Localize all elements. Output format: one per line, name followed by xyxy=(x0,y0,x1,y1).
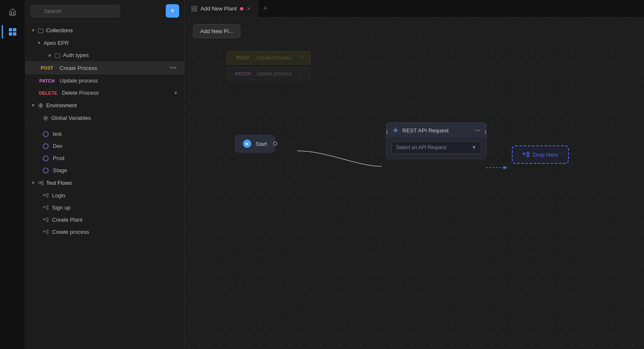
search-input[interactable] xyxy=(30,5,120,18)
flow-create-plant-icon xyxy=(43,217,49,223)
svg-rect-32 xyxy=(527,155,529,157)
home-icon[interactable] xyxy=(6,5,19,18)
env-stage-item[interactable]: Stage xyxy=(25,164,184,176)
apex-epr-header[interactable]: ▼ Apex EPR xyxy=(25,37,184,49)
flow-create-process-label: Create process xyxy=(52,229,89,235)
api-select-dropdown[interactable]: Select an API Request ▼ xyxy=(391,141,481,154)
flow-create-process-icon xyxy=(43,229,49,235)
icon-bar xyxy=(0,0,25,349)
flow-signup-label: Sign up xyxy=(52,204,70,211)
delete-process-dropdown-icon: ▼ xyxy=(173,90,178,96)
collections-label: Collections xyxy=(46,27,73,34)
env-test-label: test xyxy=(53,131,62,137)
canvas: Add New Pl... POST Create Process ••• PA… xyxy=(185,18,644,349)
auth-types-item[interactable]: ▶ Auth types xyxy=(25,49,184,61)
svg-rect-17 xyxy=(47,208,48,209)
svg-marker-28 xyxy=(503,166,508,169)
svg-rect-15 xyxy=(43,207,45,208)
drop-here-node[interactable]: Drop Here xyxy=(512,145,569,164)
flow-login-item[interactable]: Login xyxy=(25,189,184,202)
sidebar: 🔍 + ▼ Collections ▼ Apex EPR ▶ Auth type… xyxy=(25,0,185,349)
patch-update-process-item[interactable]: PATCH Update process xyxy=(25,75,184,87)
tab-add-new-plant[interactable]: Add New Plant ✕ xyxy=(185,0,258,17)
api-input-dot[interactable] xyxy=(386,130,388,134)
tab-close-button[interactable]: ✕ xyxy=(247,6,251,12)
grid-icon[interactable] xyxy=(6,25,19,39)
create-process-more-icon[interactable]: ••• xyxy=(168,64,178,72)
post-create-process-item[interactable]: POST Create Process ••• xyxy=(25,61,184,75)
start-node: ▶ Start xyxy=(235,135,275,153)
collections-header[interactable]: ▼ Collections xyxy=(25,24,184,37)
svg-rect-10 xyxy=(41,181,43,183)
environment-label: Environment xyxy=(46,102,77,109)
svg-rect-12 xyxy=(43,194,45,196)
search-bar: 🔍 + xyxy=(25,0,184,22)
svg-rect-4 xyxy=(13,32,16,36)
collection-folder-icon xyxy=(38,28,44,34)
environment-header[interactable]: ▼ Environment xyxy=(25,99,184,112)
svg-rect-9 xyxy=(38,182,40,184)
test-flows-label: Test Flows xyxy=(46,180,72,186)
flow-create-plant-label: Create Plant xyxy=(52,217,82,223)
global-variables-label: Global Variables xyxy=(51,115,91,121)
canvas-tooltip: Add New Pl... xyxy=(193,24,240,38)
svg-rect-14 xyxy=(47,196,48,197)
faded-patch-badge: PATCH xyxy=(233,71,253,77)
flow-signup-item[interactable]: Sign up xyxy=(25,202,184,214)
auth-types-folder-icon xyxy=(55,52,60,58)
faded-post-node: POST Create Process ••• xyxy=(227,51,310,65)
play-button: ▶ xyxy=(243,140,251,148)
global-variables-item[interactable]: Global Variables xyxy=(25,112,184,124)
env-test-circle xyxy=(43,131,49,137)
add-button[interactable]: + xyxy=(166,4,179,18)
sidebar-content: ▼ Collections ▼ Apex EPR ▶ Auth types PO… xyxy=(25,22,184,349)
env-test-item[interactable]: test xyxy=(25,128,184,140)
api-select-arrow: ▼ xyxy=(472,145,477,150)
delete-process-item[interactable]: DELETE Delete Process ▼ xyxy=(25,87,184,99)
env-dev-item[interactable]: Dev xyxy=(25,140,184,152)
svg-rect-30 xyxy=(523,153,525,155)
tab-add-button[interactable]: + xyxy=(258,0,273,17)
flow-create-process-item[interactable]: Create process xyxy=(25,226,184,238)
main-area: Add New Plant ✕ + Add New Pl... POST Cre… xyxy=(185,0,644,349)
svg-rect-31 xyxy=(527,152,529,154)
svg-point-29 xyxy=(395,129,396,131)
drop-icon xyxy=(523,151,529,158)
flow-create-plant-item[interactable]: Create Plant xyxy=(25,214,184,226)
svg-rect-11 xyxy=(41,184,43,185)
delete-process-label: Delete Process xyxy=(62,90,99,96)
delete-badge: DELETE xyxy=(37,90,59,96)
post-badge: POST xyxy=(37,65,57,71)
test-flows-icon xyxy=(38,180,44,186)
svg-rect-16 xyxy=(47,206,48,207)
api-node-body: Select an API Request ▼ xyxy=(386,138,486,159)
svg-rect-0 xyxy=(11,12,14,15)
auth-types-chevron: ▶ xyxy=(49,53,52,57)
start-output-dot[interactable] xyxy=(273,142,277,146)
global-variables-icon xyxy=(43,115,49,121)
auth-types-label: Auth types xyxy=(63,52,89,58)
api-node-title: REST API Request xyxy=(402,127,471,134)
apex-epr-chevron: ▼ xyxy=(37,41,41,45)
apex-epr-label: Apex EPR xyxy=(44,40,69,46)
svg-rect-2 xyxy=(13,28,16,31)
faded-post-dots: ••• xyxy=(299,55,304,61)
drop-here-label: Drop Here xyxy=(533,152,558,158)
env-dev-circle xyxy=(43,143,49,149)
create-process-label: Create Process xyxy=(60,65,97,71)
start-label: Start xyxy=(256,141,267,147)
env-dev-label: Dev xyxy=(53,143,63,149)
faded-post-label: Create Process xyxy=(256,55,291,61)
svg-rect-1 xyxy=(9,28,12,31)
svg-rect-25 xyxy=(195,6,197,8)
api-output-dot[interactable] xyxy=(485,130,487,134)
api-node-more-icon[interactable]: ••• xyxy=(475,127,480,134)
svg-rect-27 xyxy=(195,9,197,11)
env-prod-item[interactable]: Prod xyxy=(25,152,184,164)
test-flows-chevron: ▼ xyxy=(31,181,35,185)
env-stage-label: Stage xyxy=(53,167,67,173)
test-flows-header[interactable]: ▼ Test Flows xyxy=(25,176,184,189)
svg-rect-19 xyxy=(47,218,48,219)
svg-rect-23 xyxy=(47,233,48,234)
svg-rect-21 xyxy=(43,231,45,232)
